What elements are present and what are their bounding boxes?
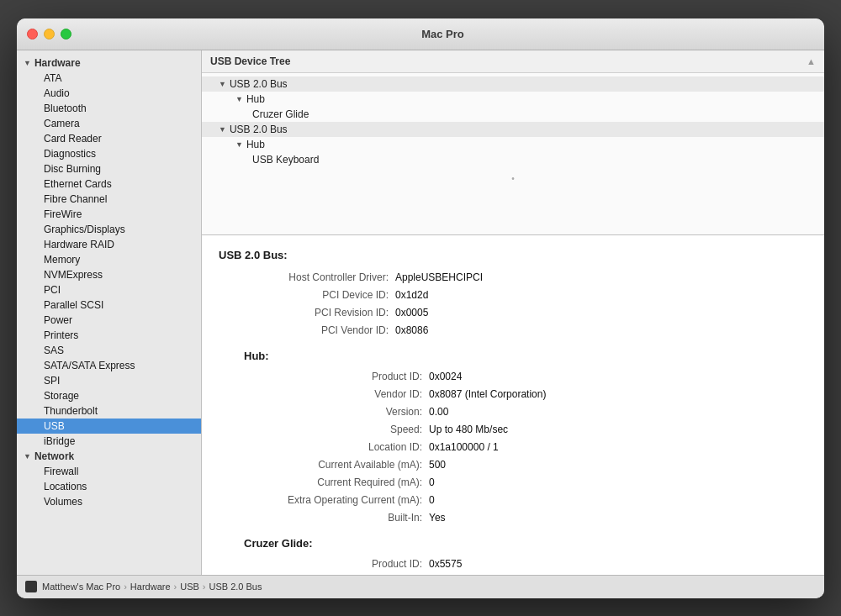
network-section-header[interactable]: ▼ Network [17, 449, 201, 464]
sidebar-item-parallel-scsi[interactable]: Parallel SCSI [17, 297, 201, 313]
sidebar-item-fibre-channel[interactable]: Fibre Channel [17, 192, 201, 207]
tree-triangle-bus2: ▼ [219, 125, 226, 134]
hub-row-vendor-id: Vendor ID: 0x8087 (Intel Corporation) [261, 387, 807, 402]
hub-label-speed: Speed: [261, 422, 429, 437]
detail-panel: USB 2.0 Bus: Host Controller Driver: App… [202, 235, 824, 575]
sidebar-item-sata[interactable]: SATA/SATA Express [17, 358, 201, 373]
sidebar-item-firewire[interactable]: FireWire [17, 207, 201, 222]
hub-value-product-id: 0x0024 [429, 369, 807, 384]
sidebar-item-spi[interactable]: SPI [17, 373, 201, 388]
hub-label-product-id: Product ID: [261, 369, 429, 384]
bus-detail-title: USB 2.0 Bus: [219, 249, 807, 261]
detail-value-pci-vendor-id: 0x8086 [395, 323, 807, 338]
sidebar-item-pci[interactable]: PCI [17, 282, 201, 297]
sidebar-item-bluetooth[interactable]: Bluetooth [17, 101, 201, 116]
sidebar-item-power[interactable]: Power [17, 313, 201, 328]
close-button[interactable] [27, 29, 38, 39]
tree-hub-2[interactable]: ▼ Hub [202, 137, 824, 152]
detail-value-pci-device-id: 0x1d2d [395, 287, 807, 303]
cruzer-title: Cruzer Glide: [244, 537, 807, 550]
cruzer-value-product-id: 0x5575 [429, 556, 807, 571]
sidebar-item-firewall[interactable]: Firewall [17, 464, 201, 479]
tree-cruzer-label: Cruzer Glide [252, 108, 309, 120]
tree-panel-header: USB Device Tree ▲ [202, 50, 824, 73]
hub-row-speed: Speed: Up to 480 Mb/sec [261, 422, 807, 437]
detail-value-host-controller: AppleUSBEHCIPCI [395, 270, 807, 285]
sidebar-item-memory[interactable]: Memory [17, 252, 201, 267]
sidebar-item-thunderbolt[interactable]: Thunderbolt [17, 403, 201, 419]
sidebar-item-ethernet-cards[interactable]: Ethernet Cards [17, 176, 201, 192]
hub-label-built-in: Built-In: [261, 510, 429, 525]
sidebar-item-locations[interactable]: Locations [17, 479, 201, 494]
sidebar-item-nvmexpress[interactable]: NVMExpress [17, 267, 201, 282]
breadcrumb-sep-2: › [174, 582, 177, 592]
tree-panel: USB Device Tree ▲ ▼ USB 2.0 Bus ▼ Hub Cr… [202, 50, 824, 235]
sidebar-item-disc-burning[interactable]: Disc Burning [17, 161, 201, 176]
traffic-lights [27, 29, 71, 39]
tree-collapse-icon[interactable]: ▲ [807, 56, 816, 66]
hub-value-extra-operating: 0 [429, 492, 807, 508]
detail-row-pci-revision-id: PCI Revision ID: 0x0005 [219, 305, 807, 320]
hub-row-current-available: Current Available (mA): 500 [261, 457, 807, 472]
hub-value-vendor-id: 0x8087 (Intel Corporation) [429, 387, 807, 402]
sidebar-item-camera[interactable]: Camera [17, 116, 201, 131]
detail-row-pci-vendor-id: PCI Vendor ID: 0x8086 [219, 323, 807, 338]
sidebar-item-card-reader[interactable]: Card Reader [17, 131, 201, 146]
maximize-button[interactable] [61, 29, 71, 39]
hub-row-extra-operating: Extra Operating Current (mA): 0 [261, 492, 807, 508]
breadcrumb-usb: USB [180, 582, 199, 592]
hub-subsection: Hub: Product ID: 0x0024 Vendor ID: 0x808… [244, 350, 807, 525]
hub-row-built-in: Built-In: Yes [261, 510, 807, 525]
breadcrumb: Matthew's Mac Pro › Hardware › USB › USB… [42, 582, 262, 592]
hub-row-location-id: Location ID: 0x1a100000 / 1 [261, 440, 807, 455]
status-bar: Matthew's Mac Pro › Hardware › USB › USB… [17, 575, 824, 598]
hardware-label: Hardware [34, 57, 81, 69]
tree-keyboard-label: USB Keyboard [252, 154, 319, 166]
sidebar-item-graphics-displays[interactable]: Graphics/Displays [17, 222, 201, 237]
tree-triangle-bus1: ▼ [219, 80, 226, 88]
sidebar-item-ibridge[interactable]: iBridge [17, 434, 201, 449]
tree-cruzer-glide[interactable]: Cruzer Glide [202, 107, 824, 122]
title-bar: Mac Pro [17, 18, 824, 50]
mac-pro-icon [25, 581, 37, 592]
tree-hub-1[interactable]: ▼ Hub [202, 92, 824, 107]
hub-label-location-id: Location ID: [261, 440, 429, 455]
cruzer-label-product-id: Product ID: [261, 556, 429, 571]
cruzer-subsection: Cruzer Glide: Product ID: 0x5575 Vendor … [244, 537, 807, 575]
cruzer-row-product-id: Product ID: 0x5575 [261, 556, 807, 571]
sidebar-item-printers[interactable]: Printers [17, 328, 201, 343]
sidebar-item-diagnostics[interactable]: Diagnostics [17, 146, 201, 161]
hub-row-product-id: Product ID: 0x0024 [261, 369, 807, 384]
main-panel: USB Device Tree ▲ ▼ USB 2.0 Bus ▼ Hub Cr… [202, 50, 824, 575]
sidebar-item-hardware-raid[interactable]: Hardware RAID [17, 237, 201, 252]
sidebar-item-usb[interactable]: USB [17, 419, 201, 434]
hub-label-extra-operating: Extra Operating Current (mA): [261, 492, 429, 508]
hub-label-current-available: Current Available (mA): [261, 457, 429, 472]
tree-bus-1[interactable]: ▼ USB 2.0 Bus [202, 76, 824, 92]
content-area: ▼ Hardware ATA Audio Bluetooth Camera Ca… [17, 50, 824, 575]
detail-row-host-controller: Host Controller Driver: AppleUSBEHCIPCI [219, 270, 807, 285]
tree-bus-2[interactable]: ▼ USB 2.0 Bus [202, 122, 824, 137]
tree-triangle-hub2: ▼ [235, 140, 243, 149]
tree-bus1-label: USB 2.0 Bus [230, 78, 288, 90]
sidebar-item-volumes[interactable]: Volumes [17, 494, 201, 509]
sidebar-item-ata[interactable]: ATA [17, 71, 201, 86]
breadcrumb-hardware: Hardware [130, 582, 171, 592]
tree-usb-keyboard[interactable]: USB Keyboard [202, 152, 824, 167]
sidebar-item-sas[interactable]: SAS [17, 343, 201, 358]
breadcrumb-bus: USB 2.0 Bus [209, 582, 262, 592]
sidebar: ▼ Hardware ATA Audio Bluetooth Camera Ca… [17, 50, 202, 575]
sidebar-item-audio[interactable]: Audio [17, 86, 201, 101]
hub-label-version: Version: [261, 404, 429, 419]
hub-value-current-available: 500 [429, 457, 807, 472]
tree-hub1-label: Hub [246, 93, 265, 105]
tree-bus2-label: USB 2.0 Bus [230, 124, 288, 135]
hardware-section-header[interactable]: ▼ Hardware [17, 55, 201, 71]
window-title: Mac Pro [71, 28, 814, 40]
tree-header-title: USB Device Tree [210, 55, 290, 67]
sidebar-item-storage[interactable]: Storage [17, 388, 201, 403]
detail-label-pci-vendor-id: PCI Vendor ID: [219, 323, 395, 338]
network-label: Network [34, 450, 74, 462]
hub-value-current-required: 0 [429, 475, 807, 490]
minimize-button[interactable] [44, 29, 55, 39]
